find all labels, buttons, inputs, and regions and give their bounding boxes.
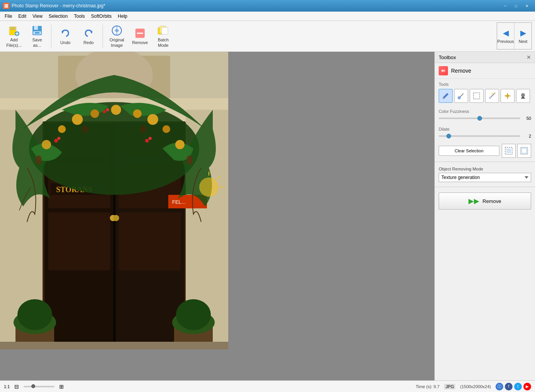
twitter-icon-button[interactable]: t xyxy=(514,383,522,390)
original-image-icon xyxy=(111,24,123,37)
dilate-slider[interactable] xyxy=(439,135,520,137)
batch-mode-button[interactable]: BatchMode xyxy=(152,23,174,49)
svg-text:FEL...: FEL... xyxy=(172,199,186,205)
clear-selection-button[interactable]: Clear Selection xyxy=(439,146,499,156)
color-fuzziness-section: Color Fuzziness 50 xyxy=(435,106,535,124)
svg-rect-74 xyxy=(473,93,480,99)
remove-toolbar-label: Remove xyxy=(132,40,148,45)
titlebar: 🖼 Photo Stamp Remover - merry-christmas.… xyxy=(0,0,535,12)
stamp-tool-button[interactable] xyxy=(516,89,530,103)
add-files-icon xyxy=(8,24,20,37)
invert-selection-icon-button[interactable] xyxy=(517,144,531,158)
color-fuzziness-slider-row: 50 xyxy=(439,116,531,121)
svg-point-69 xyxy=(199,177,219,197)
svg-point-53 xyxy=(57,137,60,140)
menu-file[interactable]: File xyxy=(2,12,15,20)
redo-button[interactable]: Redo xyxy=(78,23,99,49)
toolbox-divider-2 xyxy=(435,187,535,187)
color-fuzziness-label: Color Fuzziness xyxy=(439,109,531,114)
toolbar-divider-2 xyxy=(103,25,103,48)
remove-action-arrow-icon: ▶▶ xyxy=(468,197,479,205)
tools-section: Tools xyxy=(435,79,535,106)
close-button[interactable]: ✕ xyxy=(522,2,532,10)
previous-arrow-icon: ◀ xyxy=(503,28,509,37)
remove-section-title: Remove xyxy=(451,68,471,74)
object-removing-mode-select[interactable]: Texture generation Content-aware Solid c… xyxy=(439,173,531,182)
add-files-label: AddFile(s)... xyxy=(6,37,22,48)
undo-button[interactable]: Undo xyxy=(55,23,76,49)
menu-tools[interactable]: Tools xyxy=(71,12,88,20)
toolbox-header: Toolbox ✕ xyxy=(435,52,535,63)
svg-point-49 xyxy=(147,114,158,125)
svg-rect-2 xyxy=(10,29,15,30)
zoom-level: 1:1 xyxy=(4,384,10,389)
undo-icon xyxy=(59,27,72,39)
menu-help[interactable]: Help xyxy=(115,12,131,20)
svg-point-67 xyxy=(176,299,211,330)
svg-point-37 xyxy=(113,215,119,221)
menubar: File Edit View Selection Tools SoftOrbit… xyxy=(0,12,535,21)
minimize-button[interactable]: ─ xyxy=(500,2,510,10)
svg-rect-68 xyxy=(0,342,228,349)
menu-selection[interactable]: Selection xyxy=(46,12,71,20)
dilate-value: 2 xyxy=(523,134,531,138)
tools-row xyxy=(439,89,531,103)
dilate-section: Dilate 2 xyxy=(435,124,535,141)
svg-rect-82 xyxy=(521,98,525,99)
info-icon-button[interactable]: ⓘ xyxy=(496,383,503,390)
tools-label: Tools xyxy=(439,82,531,87)
statusbar: 1:1 ⊟ ⊞ Time (s): 9.7 JPG (1500x2000x24)… xyxy=(0,380,535,392)
next-label: Next xyxy=(519,39,528,44)
remove-action-button[interactable]: ▶▶ Remove xyxy=(439,193,531,210)
previous-label: Previous xyxy=(497,39,514,44)
previous-button[interactable]: ◀ Previous xyxy=(497,23,514,49)
remove-toolbar-icon xyxy=(134,27,146,39)
menu-view[interactable]: View xyxy=(29,12,46,20)
zoom-max-icon: ⊞ xyxy=(59,383,64,390)
save-as-button[interactable]: Saveas... xyxy=(26,23,48,49)
facebook-icon-button[interactable]: f xyxy=(505,383,513,390)
next-button[interactable]: ▶ Next xyxy=(514,23,532,49)
remove-section-icon xyxy=(439,66,448,75)
wand2-tool-button[interactable] xyxy=(501,89,514,103)
maximize-button[interactable]: □ xyxy=(511,2,521,10)
zoom-slider[interactable] xyxy=(24,386,55,387)
magic-wand-tool-button[interactable] xyxy=(485,89,499,103)
svg-point-47 xyxy=(111,105,121,115)
svg-rect-32 xyxy=(48,212,110,270)
window-controls: ─ □ ✕ xyxy=(500,2,532,10)
image-size: (1500x2000x24) xyxy=(460,384,491,389)
canvas-area[interactable]: STORANS FEL... xyxy=(0,52,434,380)
rect-select-tool-button[interactable] xyxy=(470,89,484,103)
remove-toolbar-button[interactable]: Remove xyxy=(129,23,151,49)
brush-tool-button[interactable] xyxy=(454,89,468,103)
svg-point-60 xyxy=(82,125,88,133)
menu-softorbits[interactable]: SoftOrbits xyxy=(88,12,115,20)
select-all-icon-button[interactable] xyxy=(502,144,516,158)
save-as-icon xyxy=(31,24,43,37)
pencil-tool-button[interactable] xyxy=(439,89,453,103)
undo-label: Undo xyxy=(60,40,70,45)
toolbox-panel: Toolbox ✕ Remove Tools xyxy=(434,52,535,380)
svg-rect-84 xyxy=(506,148,511,153)
image-canvas: STORANS FEL... xyxy=(0,52,228,349)
svg-point-54 xyxy=(145,139,149,143)
original-image-button[interactable]: OriginalImage xyxy=(106,23,128,49)
svg-rect-7 xyxy=(34,26,38,30)
youtube-icon-button[interactable]: ▶ xyxy=(523,383,531,390)
nav-prev-next: ◀ Previous ▶ Next xyxy=(497,22,532,49)
original-image-label: OriginalImage xyxy=(109,37,124,48)
color-fuzziness-slider[interactable] xyxy=(439,118,520,119)
color-fuzziness-value: 50 xyxy=(523,116,531,121)
main-content: STORANS FEL... xyxy=(0,52,535,380)
redo-icon xyxy=(82,27,95,39)
svg-rect-1 xyxy=(10,27,15,28)
next-arrow-icon: ▶ xyxy=(520,28,526,37)
svg-rect-9 xyxy=(35,32,39,34)
add-files-button[interactable]: AddFile(s)... xyxy=(3,23,25,49)
menu-edit[interactable]: Edit xyxy=(15,12,29,20)
object-removing-mode-label: Object Removing Mode xyxy=(439,167,531,171)
svg-point-77 xyxy=(491,93,493,95)
time-label: Time (s): 9.7 xyxy=(416,384,439,389)
toolbox-close-button[interactable]: ✕ xyxy=(526,54,531,60)
